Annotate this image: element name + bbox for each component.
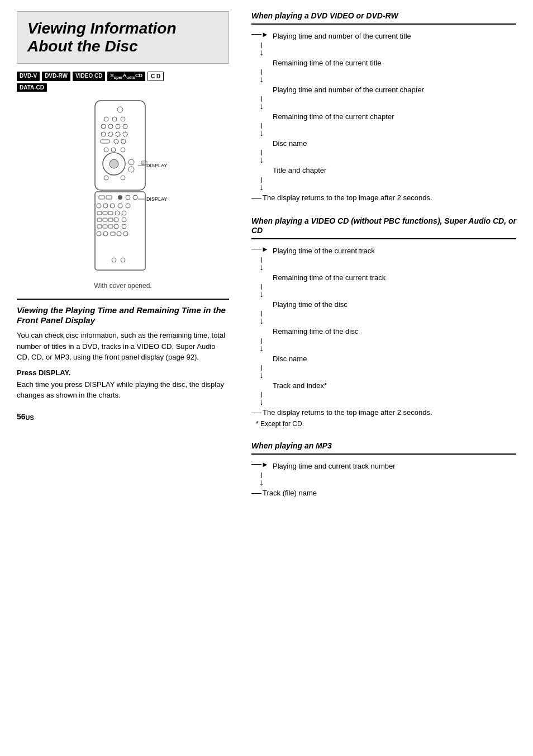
dvd-return: The display returns to the top image aft…	[251, 193, 516, 203]
dvd-section-title: When playing a DVD VIDEO or DVD-RW	[251, 11, 516, 25]
vcd-flow-section: When playing a VIDEO CD (without PBC fun…	[251, 216, 516, 428]
svg-point-20	[110, 159, 118, 168]
mp3-return-text: Track (file) name	[261, 488, 516, 498]
dvd-flow-label-1: Remaining time of the current title	[272, 57, 516, 69]
badge-row-2: DATA-CD	[17, 83, 229, 92]
vcd-flow-label-5: Track and index*	[272, 380, 516, 392]
svg-text:DISPLAY: DISPLAY	[146, 163, 167, 168]
vcd-flow-label-2: Playing time of the disc	[272, 299, 516, 311]
dvd-flow-label-2: Playing time and number of the current c…	[272, 84, 516, 96]
vcd-flow-left-0: ►	[251, 245, 272, 253]
horiz-line-vcd-0	[251, 249, 261, 249]
press-body: Each time you press DISPLAY while playin…	[17, 379, 229, 401]
vcd-return-text: The display returns to the top image aft…	[261, 408, 516, 418]
dvd-return-text: The display returns to the top image aft…	[261, 193, 516, 203]
dvd-flow-content-0: Playing time and number of the current t…	[272, 30, 516, 42]
left-column: Viewing Information About the Disc DVD-V…	[17, 11, 240, 739]
dvd-flow-item-1: Remaining time of the current title	[251, 57, 516, 69]
dvd-flow-chart: ► Playing time and number of the current…	[251, 30, 516, 203]
svg-text:|||: |||	[142, 162, 144, 165]
section-divider	[17, 299, 229, 300]
mp3-flow-item-0: ► Playing time and current track number	[251, 460, 516, 472]
badge-video-cd: VIDEO CD	[73, 72, 105, 81]
dvd-flow-item-5: Title and chapter	[251, 164, 516, 177]
dvd-flow-label-3: Remaining time of the current chapter	[272, 111, 516, 123]
page-number: 56	[17, 412, 26, 421]
two-column-layout: Viewing Information About the Disc DVD-V…	[17, 11, 516, 739]
badge-data-cd: DATA-CD	[17, 83, 47, 92]
page-number-area: 56US	[17, 412, 229, 421]
mp3-flow-chart: ► Playing time and current track number …	[251, 460, 516, 498]
remote-svg: DISPLAY	[67, 100, 179, 278]
vcd-flow-label-1: Remaining time of the current track	[272, 272, 516, 284]
vcd-flow-label-4: Disc name	[272, 353, 516, 365]
dvd-flow-left-0: ►	[251, 30, 272, 39]
mp3-return: Track (file) name	[251, 488, 516, 498]
body-text: You can check disc information, such as …	[17, 330, 229, 363]
right-arrow-0: ►	[261, 30, 269, 39]
mp3-flow-content-0: Playing time and current track number	[272, 460, 516, 472]
title-box: Viewing Information About the Disc	[17, 11, 229, 64]
dvd-flow-label-4: Disc name	[272, 138, 516, 150]
vcd-footnote: * Except for CD.	[251, 420, 516, 428]
page: Viewing Information About the Disc DVD-V…	[0, 0, 533, 756]
remote-caption: With cover opened.	[94, 282, 151, 290]
horiz-line-0	[251, 34, 261, 35]
subheading: Viewing the Playing Time and Remaining T…	[17, 305, 229, 325]
vcd-return: The display returns to the top image aft…	[251, 408, 516, 418]
horiz-line-mp3-0	[251, 464, 261, 465]
press-label: Press DISPLAY.	[17, 368, 229, 377]
dvd-flow-item-4: Disc name	[251, 138, 516, 150]
remote-area: DISPLAY	[17, 100, 229, 290]
mp3-flow-section: When playing an MP3 ► Playing time and c…	[251, 441, 516, 498]
mp3-flow-left-0: ►	[251, 460, 272, 469]
vcd-section-title: When playing a VIDEO CD (without PBC fun…	[251, 216, 516, 239]
vcd-arrow-start: ►	[251, 245, 272, 253]
badge-row-1: DVD-V DVD-RW VIDEO CD SuperAudioCD C D	[17, 72, 229, 81]
page-title: Viewing Information About the Disc	[27, 20, 218, 55]
svg-rect-0	[95, 101, 145, 190]
svg-text:DISPLAY: DISPLAY	[146, 196, 167, 202]
page-suffix: US	[26, 414, 34, 421]
mp3-section-title: When playing an MP3	[251, 441, 516, 455]
badge-cd: C D	[147, 72, 164, 81]
badge-dvd-rw: DVD-RW	[42, 72, 70, 81]
dvd-flow-item-0: ► Playing time and number of the current…	[251, 30, 516, 42]
vcd-flow-label-3: Remaining time of the disc	[272, 325, 516, 338]
vcd-flow-item-0: ► Playing time of the current track	[251, 245, 516, 257]
dvd-flow-section: When playing a DVD VIDEO or DVD-RW ► Pla…	[251, 11, 516, 203]
dvd-flow-item-2: Playing time and number of the current c…	[251, 84, 516, 96]
right-column: When playing a DVD VIDEO or DVD-RW ► Pla…	[240, 11, 516, 739]
vcd-flow-content-0: Playing time of the current track	[272, 245, 516, 257]
badge-dvd-v: DVD-V	[17, 72, 40, 81]
vcd-flow-chart: ► Playing time of the current track ↓ Re…	[251, 245, 516, 428]
right-arrow-mp3-0: ►	[261, 460, 269, 469]
dvd-arrow-start: ►	[251, 30, 272, 39]
svg-point-30	[118, 195, 122, 200]
right-arrow-vcd-0: ►	[261, 245, 269, 253]
dvd-flow-label-5: Title and chapter	[272, 164, 516, 177]
mp3-arrow-start: ►	[251, 460, 272, 469]
badge-super-audio-cd: SuperAudioCD	[107, 72, 145, 81]
dvd-flow-item-3: Remaining time of the current chapter	[251, 111, 516, 123]
